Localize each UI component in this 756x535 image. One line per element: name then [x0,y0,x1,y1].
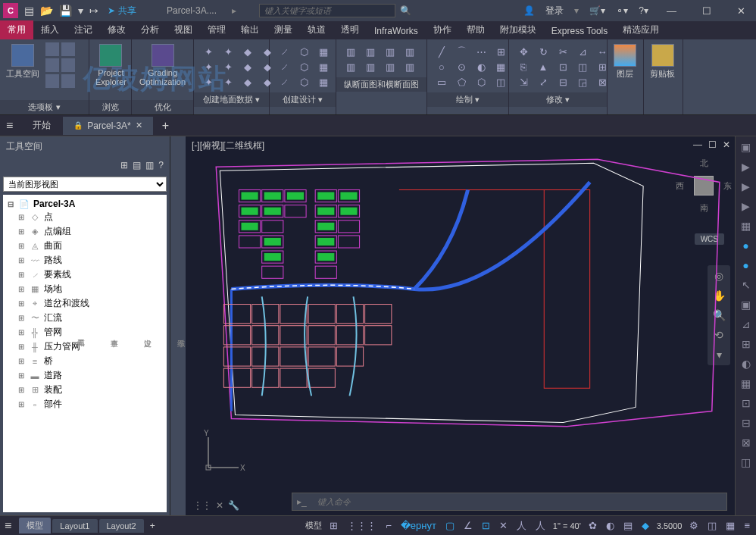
right-tool-icon[interactable]: ▣ [741,141,751,153]
command-line[interactable]: ▸_ [292,493,727,511]
layout-add-icon[interactable]: + [150,521,155,531]
ribbon-tab[interactable]: 帮助 [459,20,492,39]
open-icon[interactable]: 📂 [40,5,53,17]
ground-tool-icon[interactable]: ✦ [220,61,236,73]
ribbon-tab[interactable]: 轨道 [300,20,333,39]
status-icon[interactable]: ✕ [498,520,509,531]
tree-node[interactable]: ⊞▫部件 [6,397,164,411]
grading-opt-button[interactable]: Grading Optimization [135,42,190,88]
panel-icon[interactable] [45,42,59,56]
right-tool-icon[interactable]: ● [742,259,748,271]
command-input[interactable] [311,497,726,506]
draw-tool-icon[interactable]: ⬠ [453,76,470,88]
right-tool-icon[interactable]: ◫ [741,456,751,468]
status-icon[interactable]: ▦ [724,520,736,531]
ground-tool-icon[interactable]: ◆ [239,45,256,58]
right-tool-icon[interactable]: ◐ [742,358,751,370]
maximize-button[interactable]: ☐ [695,5,719,17]
ground-tool-icon[interactable]: ✦ [220,76,236,88]
right-tool-icon[interactable]: ▶ [742,200,750,212]
snap-icon[interactable]: ⋮⋮⋮ [345,520,378,531]
right-tool-icon[interactable]: ⊟ [742,417,751,429]
osnap-icon[interactable]: ▢ [444,520,456,531]
mirror-icon[interactable]: ▲ [535,61,551,73]
right-tool-icon[interactable]: ⊠ [742,436,751,449]
help-icon[interactable]: ?▾ [639,5,648,16]
profile-tool-icon[interactable]: ▥ [382,45,398,58]
status-icon[interactable]: ⊡ [480,520,492,531]
draw-tool-icon[interactable]: ⊙ [453,61,470,73]
right-tool-icon[interactable]: ▶ [742,180,750,192]
view-selector[interactable]: 当前图形视图 [3,177,167,192]
tree-node[interactable]: ⊞◈点编组 [6,224,164,239]
search-input[interactable] [264,6,390,15]
ribbon-tab[interactable]: 输出 [233,20,267,39]
modelspace-button[interactable]: 模型 [305,520,322,531]
profile-tool-icon[interactable]: ▥ [362,61,379,73]
doc-tab-active[interactable]: 🔒 Parcel-3A* ✕ [63,117,152,135]
right-tool-icon[interactable]: ● [742,239,748,252]
polar-icon[interactable]: �ернут [399,520,438,531]
tree-node[interactable]: ⊞≡桥 [6,354,164,368]
design-tool-icon[interactable]: ⟋ [276,76,292,88]
design-tool-icon[interactable]: ⬡ [295,61,312,73]
tree-node[interactable]: ⊞⟋要素线 [6,268,164,282]
doc-tab-start[interactable]: 开始 [22,115,61,136]
cart-icon[interactable]: 🛒▾ [589,5,605,16]
user-icon[interactable]: 👤 [523,5,535,16]
draw-tool-icon[interactable]: ⬡ [473,76,489,88]
ground-tool-icon[interactable]: ◆ [239,76,256,88]
app-icon[interactable]: C [3,3,18,18]
ribbon-tab[interactable]: 附加模块 [492,20,544,39]
status-menu-icon[interactable]: ≡ [742,520,751,531]
tree-node[interactable]: ⊞▬道路 [6,368,164,383]
modify-tool-icon[interactable]: ◲ [574,76,591,88]
design-tool-icon[interactable]: ⬡ [295,45,312,58]
new-icon[interactable]: ▤ [24,5,34,17]
project-explorer-button[interactable]: Project Explorer [92,42,130,88]
panel-label-modify[interactable]: 修改 ▾ [509,92,607,107]
ribbon-tab[interactable]: 视图 [167,20,200,39]
ribbon-tab[interactable]: 精选应用 [615,20,667,39]
cmd-customize-icon[interactable]: 🔧 [228,500,239,511]
minimize-button[interactable]: — [659,5,684,17]
login-button[interactable]: 登录 [545,5,564,17]
status-icon[interactable]: ✿ [587,520,598,531]
title-play-icon[interactable]: ▸ [232,5,236,16]
design-tool-icon[interactable]: ▦ [315,61,332,73]
panel-icon[interactable] [61,42,75,56]
design-tool-icon[interactable]: ⟋ [276,61,292,73]
status-icon[interactable]: ◐ [604,520,616,531]
new-tab-icon[interactable]: + [162,119,169,133]
search-box[interactable] [259,4,395,17]
draw-tool-icon[interactable]: ◫ [492,76,509,88]
right-tool-icon[interactable]: ▦ [741,220,751,232]
stretch-icon[interactable]: ⇲ [515,76,532,88]
design-tool-icon[interactable]: ⬡ [295,76,312,88]
close-button[interactable]: ✕ [729,5,753,17]
layout-tab-1[interactable]: Layout1 [52,519,97,533]
status-icon[interactable]: ▤ [622,520,634,531]
modify-tool-icon[interactable]: ⊡ [555,61,571,73]
layout-tab-model[interactable]: 模型 [19,518,51,533]
draw-rect-icon[interactable]: ▭ [433,76,450,88]
panel-icon[interactable] [45,58,59,72]
profile-tool-icon[interactable]: ▥ [342,61,359,73]
tree-root[interactable]: ⊟📄Parcel-3A [6,198,164,210]
status-icon[interactable]: 人 [534,519,547,533]
ribbon-tab[interactable]: 透明 [333,20,367,39]
modify-tool-icon[interactable]: ⊿ [574,45,591,58]
scale-icon[interactable]: ⤢ [535,76,551,88]
cmd-grip-icon[interactable]: ⋮⋮ [193,500,211,511]
tree-node[interactable]: ⊞╫压力管网 [6,339,164,354]
layers-button[interactable]: 图层 [611,42,639,81]
right-tool-icon[interactable]: ⊿ [742,318,751,330]
ground-tool-icon[interactable]: ✦ [200,61,217,73]
tree-node[interactable]: ⊞〜汇流 [6,311,164,325]
rotate-icon[interactable]: ↻ [535,45,551,58]
profile-tool-icon[interactable]: ▥ [401,61,418,73]
scale-display[interactable]: 1" = 40' [553,521,581,530]
status-menu-icon[interactable]: ≡ [5,519,11,533]
modify-tool-icon[interactable]: ◫ [574,61,591,73]
profile-tool-icon[interactable]: ▥ [401,45,418,58]
